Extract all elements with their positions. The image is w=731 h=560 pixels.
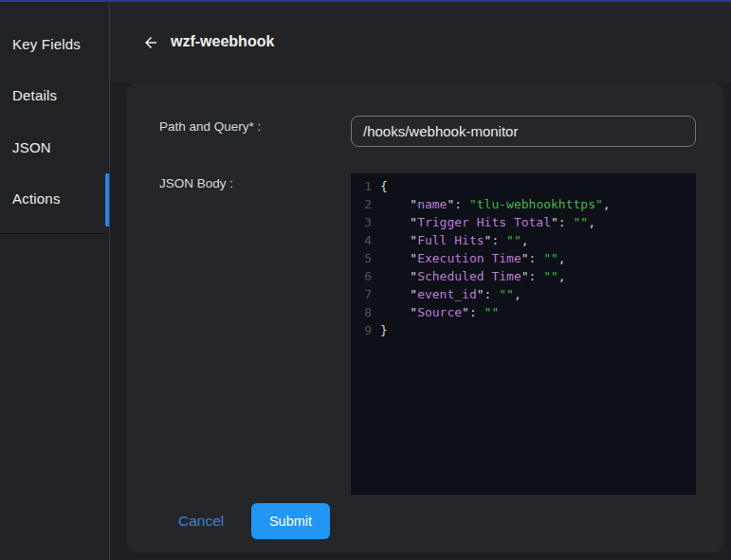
line-number: 2 <box>351 195 372 213</box>
editor-line: 8 "Source": "" <box>351 303 696 321</box>
code-text: "event_id": "", <box>380 285 521 303</box>
editor-line: 1{ <box>351 177 696 195</box>
sidebar-item-label: Details <box>12 87 57 103</box>
line-number: 5 <box>351 249 372 267</box>
line-number: 1 <box>351 177 372 195</box>
sidebar: Key Fields Details JSON Actions <box>0 2 110 560</box>
code-text: "Scheduled Time": "", <box>380 267 566 285</box>
path-and-query-label: Path and Query* : <box>159 119 261 134</box>
line-number: 4 <box>351 231 372 249</box>
editor-line: 4 "Full Hits": "", <box>351 231 696 249</box>
submit-button[interactable]: Submit <box>251 503 330 539</box>
code-text: { <box>380 177 388 195</box>
sidebar-item-label: JSON <box>12 139 51 155</box>
line-number: 3 <box>351 213 372 231</box>
arrow-left-icon <box>142 34 159 51</box>
app-window: Key Fields Details JSON Actions wzf-weeb… <box>0 0 731 560</box>
code-text: "Source": "" <box>380 303 499 321</box>
sidebar-nav: Key Fields Details JSON Actions <box>0 18 109 225</box>
line-number: 9 <box>351 321 372 339</box>
code-text: "name": "tlu-webhookhttps", <box>380 195 611 213</box>
sidebar-item-actions[interactable]: Actions <box>0 173 109 226</box>
json-body-label: JSON Body : <box>159 176 233 190</box>
sidebar-item-details[interactable]: Details <box>0 70 109 122</box>
sidebar-divider <box>0 233 109 234</box>
code-text: "Execution Time": "", <box>380 249 566 267</box>
line-number: 6 <box>351 267 372 285</box>
page-title: wzf-weebhook <box>171 33 274 50</box>
sidebar-item-key-fields[interactable]: Key Fields <box>0 18 109 70</box>
line-number: 7 <box>351 285 372 303</box>
form-panel: Path and Query* : JSON Body : 1{2 "name"… <box>126 83 723 552</box>
editor-line: 7 "event_id": "", <box>351 285 696 303</box>
editor-line: 3 "Trigger Hits Total": "", <box>351 213 696 231</box>
code-text: "Full Hits": "", <box>380 231 529 249</box>
sidebar-item-label: Actions <box>12 190 61 207</box>
cancel-button[interactable]: Cancel <box>178 503 224 539</box>
editor-line: 6 "Scheduled Time": "", <box>351 267 696 285</box>
editor-line: 5 "Execution Time": "", <box>351 249 696 267</box>
path-and-query-input[interactable] <box>351 116 696 147</box>
editor-line: 2 "name": "tlu-webhookhttps", <box>351 195 696 213</box>
code-text: } <box>380 321 388 339</box>
editor-line: 9} <box>351 321 696 339</box>
json-editor[interactable]: 1{2 "name": "tlu-webhookhttps",3 "Trigge… <box>351 173 696 495</box>
sidebar-item-json[interactable]: JSON <box>0 121 109 173</box>
header: wzf-weebhook <box>111 2 731 83</box>
back-arrow-icon[interactable] <box>138 30 163 55</box>
code-text: "Trigger Hits Total": "", <box>380 213 595 231</box>
line-number: 8 <box>351 303 372 321</box>
sidebar-item-label: Key Fields <box>12 36 81 52</box>
active-item-indicator <box>105 173 109 226</box>
